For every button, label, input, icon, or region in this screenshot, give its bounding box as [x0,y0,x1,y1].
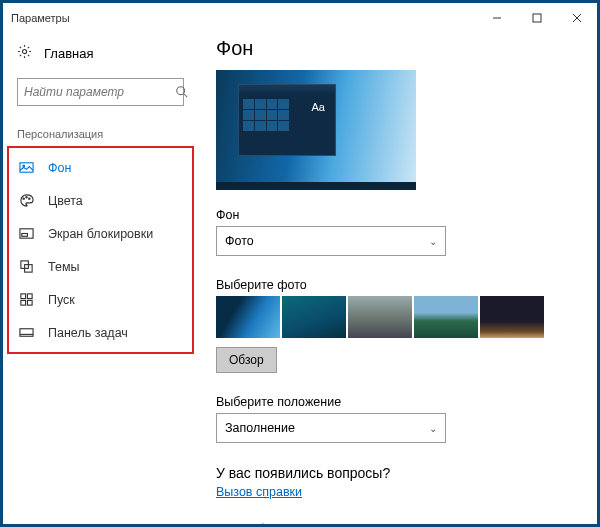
chevron-down-icon: ⌄ [429,423,437,434]
svg-rect-18 [21,300,26,305]
search-input[interactable] [24,85,175,99]
sidebar-item-lockscreen[interactable]: Экран блокировки [9,217,192,250]
gear-icon [17,44,32,62]
page-title: Фон [216,37,579,60]
preview-sample-text: Aa [312,101,325,113]
lockscreen-icon [19,226,34,241]
photo-thumb[interactable] [216,296,280,338]
search-box[interactable] [17,78,184,106]
svg-rect-13 [22,234,28,237]
photo-thumb[interactable] [480,296,544,338]
start-icon [19,292,34,307]
sidebar: Главная Персонализация Фон Цвета Экран б [3,33,198,524]
fit-select-value: Заполнение [225,421,295,435]
taskbar-icon [19,325,34,340]
fit-select[interactable]: Заполнение ⌄ [216,413,446,443]
preview-window: Aa [238,84,336,156]
window-title: Параметры [11,12,70,24]
svg-point-4 [22,49,26,53]
svg-rect-1 [533,14,541,22]
home-label: Главная [44,46,93,61]
main-content: Фон Aa Фон Фото ⌄ Выберите фото [198,33,597,524]
svg-rect-16 [21,294,26,299]
background-select-value: Фото [225,234,254,248]
themes-icon [19,259,34,274]
svg-point-8 [23,165,25,167]
sidebar-item-background[interactable]: Фон [9,151,192,184]
svg-point-5 [177,87,185,95]
sidebar-section-label: Персонализация [7,114,194,146]
sidebar-item-taskbar[interactable]: Панель задач [9,316,192,349]
desktop-preview: Aa [216,70,416,190]
window-controls [477,3,597,33]
choose-photo-label: Выберите фото [216,278,579,292]
nav-highlight-box: Фон Цвета Экран блокировки Темы Пуск [7,146,194,354]
svg-rect-19 [27,300,32,305]
svg-rect-7 [20,163,33,172]
sidebar-item-label: Панель задач [48,326,128,340]
photo-thumb[interactable] [414,296,478,338]
photo-thumb[interactable] [282,296,346,338]
svg-point-10 [26,197,27,198]
background-label: Фон [216,208,579,222]
svg-rect-17 [27,294,32,299]
browse-button[interactable]: Обзор [216,347,277,373]
feedback-heading: Способствуйте совершенствованию Windows. [216,522,579,524]
settings-window: Параметры Главная Персонализация Фон [3,3,597,524]
svg-line-6 [184,94,188,98]
maximize-button[interactable] [517,3,557,33]
sidebar-item-colors[interactable]: Цвета [9,184,192,217]
chevron-down-icon: ⌄ [429,236,437,247]
fit-label: Выберите положение [216,395,579,409]
sidebar-item-themes[interactable]: Темы [9,250,192,283]
svg-point-9 [23,198,24,199]
sidebar-item-label: Темы [48,260,79,274]
titlebar: Параметры [3,3,597,33]
palette-icon [19,193,34,208]
photo-thumbnails [216,296,579,338]
sidebar-item-label: Пуск [48,293,75,307]
picture-icon [19,160,34,175]
sidebar-item-start[interactable]: Пуск [9,283,192,316]
photo-thumb[interactable] [348,296,412,338]
svg-point-11 [29,198,30,199]
help-question: У вас появились вопросы? [216,465,579,481]
background-select[interactable]: Фото ⌄ [216,226,446,256]
svg-rect-20 [20,329,33,337]
sidebar-item-label: Фон [48,161,71,175]
sidebar-item-label: Цвета [48,194,83,208]
sidebar-item-label: Экран блокировки [48,227,153,241]
search-icon [175,85,189,99]
close-button[interactable] [557,3,597,33]
help-link[interactable]: Вызов справки [216,485,302,499]
minimize-button[interactable] [477,3,517,33]
home-nav[interactable]: Главная [7,36,194,70]
